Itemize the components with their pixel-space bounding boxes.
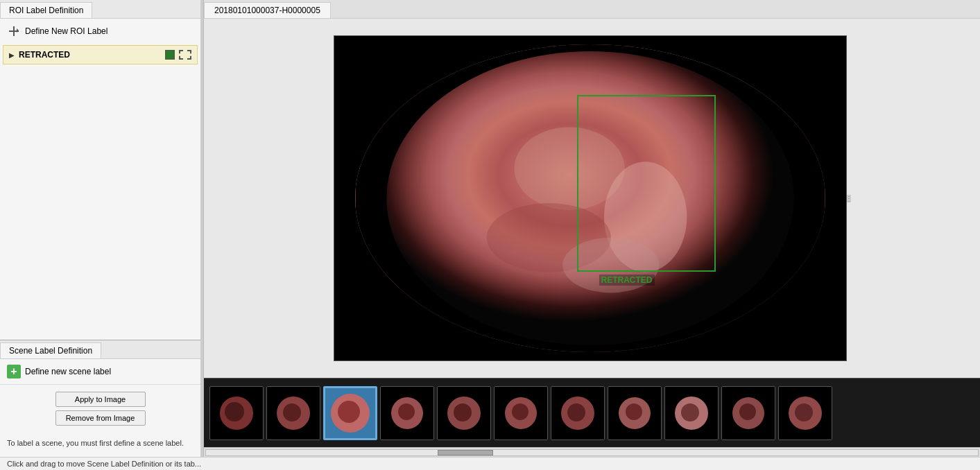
thumbnail-4[interactable] [380, 386, 434, 440]
scene-section: Scene Label Definition + Define new scen… [0, 340, 200, 457]
thumb-inner-10 [722, 387, 775, 439]
thumb-inner-9 [665, 387, 718, 439]
thumbnail-10[interactable] [721, 386, 775, 440]
svg-point-21 [398, 403, 415, 420]
roi-bounding-box[interactable]: RETRACTED [577, 95, 716, 272]
thumb-inner-2 [267, 387, 320, 439]
roi-label-definition-tab[interactable]: ROI Label Definition [0, 2, 92, 18]
define-roi-button[interactable]: Define New ROI Label [0, 19, 200, 44]
roi-tab-bar: ROI Label Definition [0, 0, 200, 19]
svg-point-30 [567, 403, 585, 421]
define-scene-button[interactable]: + Define new scene label [0, 359, 200, 385]
roi-section: Define New ROI Label ▶ RETRACTED [0, 19, 200, 340]
status-bar: Click and drag to move Scene Label Defin… [0, 457, 980, 470]
thumbnail-1[interactable] [209, 386, 264, 440]
bottom-scrollbar[interactable] [204, 447, 980, 457]
image-area: RETRACTED ⋮ [204, 19, 980, 378]
thumb-inner-1 [210, 387, 263, 439]
thumbnail-6[interactable] [494, 386, 548, 440]
svg-point-15 [283, 403, 301, 421]
thumb-inner-4 [381, 387, 433, 439]
retracted-label-text: RETRACTED [19, 50, 161, 60]
medical-image-container: RETRACTED [334, 35, 847, 361]
scrollbar-thumb[interactable] [438, 450, 493, 455]
scene-info-text: To label a scene, you must first define … [0, 433, 200, 454]
svg-point-18 [338, 401, 360, 423]
image-tab-bar: 20180101000037-H0000005 [204, 0, 980, 19]
apply-to-image-button[interactable]: Apply to Image [55, 392, 146, 407]
thumbnail-3-active[interactable] [323, 386, 377, 440]
roi-box-label: RETRACTED [599, 275, 655, 286]
svg-point-24 [454, 403, 472, 421]
thumb-inner-7 [551, 387, 604, 439]
thumb-inner-6 [495, 387, 547, 439]
thumbnail-5[interactable] [437, 386, 491, 440]
thumbnail-9[interactable] [664, 386, 719, 440]
image-tab[interactable]: 20180101000037-H0000005 [204, 2, 331, 18]
define-scene-label: Define new scene label [25, 367, 111, 376]
expand-arrow-icon: ▶ [9, 51, 15, 59]
left-panel: ROI Label Definition Define New ROI Labe… [0, 0, 201, 457]
retracted-dotted-box-icon [179, 50, 191, 60]
retracted-color-swatch [165, 50, 175, 60]
thumb-inner-5 [438, 387, 490, 439]
svg-point-12 [225, 402, 244, 421]
define-roi-label: Define New ROI Label [25, 26, 108, 36]
right-resize-handle[interactable]: ⋮ [847, 195, 851, 202]
main-container: ROI Label Definition Define New ROI Labe… [0, 0, 980, 457]
thumb-inner-3 [325, 388, 375, 438]
thumb-inner-8 [608, 387, 661, 439]
plus-icon: + [7, 365, 21, 378]
thumbnail-2[interactable] [266, 386, 320, 440]
status-text: Click and drag to move Scene Label Defin… [7, 460, 201, 468]
svg-point-39 [739, 403, 756, 420]
thumbnail-11[interactable] [778, 386, 832, 440]
thumb-inner-11 [779, 387, 832, 439]
thumbnail-7[interactable] [551, 386, 605, 440]
svg-point-33 [626, 403, 642, 420]
svg-marker-2 [17, 28, 19, 33]
svg-point-42 [795, 403, 813, 421]
scene-label-definition-tab[interactable]: Scene Label Definition [0, 342, 101, 358]
retracted-label-row[interactable]: ▶ RETRACTED [3, 45, 198, 64]
svg-point-36 [681, 403, 699, 421]
scene-tab-bar: Scene Label Definition [0, 340, 200, 359]
scrollbar-track [205, 449, 979, 456]
roi-define-icon [7, 24, 21, 38]
thumbnail-strip [204, 378, 980, 447]
scene-action-buttons: Apply to Image Remove from Image [0, 385, 200, 433]
remove-from-image-button[interactable]: Remove from Image [55, 410, 146, 426]
thumbnail-8[interactable] [608, 386, 662, 440]
svg-point-27 [512, 403, 528, 420]
main-area: 20180101000037-H0000005 [204, 0, 980, 457]
